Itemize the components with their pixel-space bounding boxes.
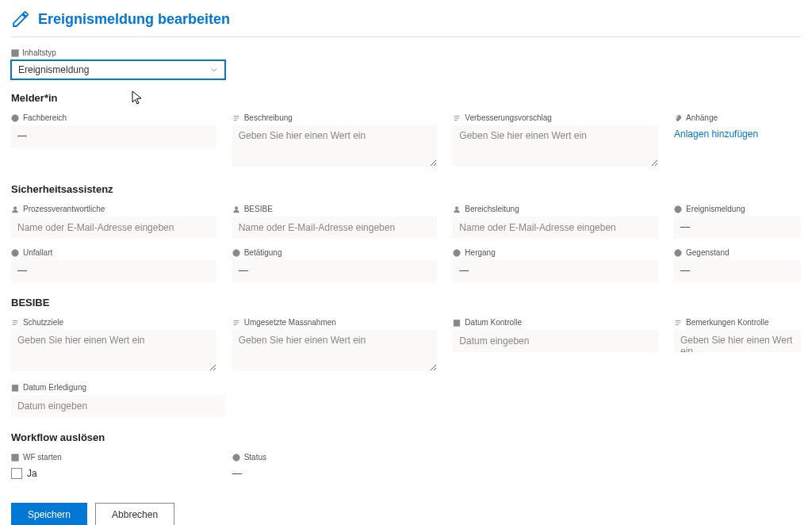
section-workflow-title: Workflow auslösen [11,431,801,443]
field-hergang-label: Hergang [465,248,495,257]
field-bemerkungen-label: Bemerkungen Kontrolle [686,318,769,327]
choice-icon [674,205,682,213]
field-prozess-input[interactable] [11,217,216,239]
svg-point-3 [235,206,237,209]
field-unfallart: Unfallart — [11,248,216,282]
field-hergang: Hergang — [453,248,658,282]
svg-point-4 [456,206,458,209]
text-icon [674,319,682,327]
field-status-value: — [232,465,438,487]
field-wf-option: Ja [27,468,37,479]
field-schutzziele: Schutzziele [11,318,216,374]
field-verbesserung-input[interactable] [453,125,658,167]
field-beta-label: Betätigung [244,248,282,257]
field-beschreibung: Beschreibung [232,113,438,169]
svg-rect-11 [12,385,18,391]
field-datum-erledigung: Datum Erledigung [11,383,225,417]
content-type-block: Inhaltstyp Ereignismeldung [11,48,801,79]
cancel-button[interactable]: Abbrechen [95,503,174,525]
field-ereignis-value[interactable]: — [674,217,801,239]
field-bemerkungen-kontrolle: Bemerkungen Kontrolle [674,318,801,374]
field-datum-kontrolle: Datum Kontrolle [453,318,658,374]
field-fachbereich-value[interactable]: — [11,125,216,148]
field-gegenstand-label: Gegenstand [686,248,730,257]
choice-icon [11,114,19,122]
field-wf-starten: WF starten Ja [11,453,216,487]
choice-icon [674,249,682,257]
svg-point-2 [13,206,16,209]
section-workflow: Workflow auslösen WF starten Ja Status — [11,431,801,487]
text-icon [453,114,461,122]
field-anhaenge: Anhänge Anlagen hinzufügen [674,113,801,169]
save-button[interactable]: Speichern [11,503,87,525]
checkbox-icon [11,454,19,462]
content-type-label: Inhaltstyp [22,48,56,57]
field-bereichs-input[interactable] [453,217,658,239]
field-bereichsleitung: Bereichsleitung [453,205,658,239]
field-prozessverantwortliche: Prozessverantwortliche [11,205,216,239]
choice-icon [453,249,461,257]
field-schutzziele-label: Schutzziele [23,318,63,327]
field-datum-erledigung-label: Datum Erledigung [23,383,86,392]
field-besibe-person-label: BESIBE [244,205,273,213]
field-datum-erledigung-input[interactable] [11,395,225,417]
text-icon [232,114,240,122]
field-verbesserung-label: Verbesserungsvorschlag [465,113,552,122]
content-type-select[interactable]: Ereignismeldung [11,60,225,79]
field-bereichs-label: Bereichsleitung [465,205,519,213]
field-datum-kontrolle-input[interactable] [453,330,658,352]
field-gegenstand-value[interactable]: — [674,260,801,282]
person-icon [453,205,461,213]
section-sicherheit: Sicherheitsassistenz Prozessverantwortli… [11,183,801,282]
section-melder: Melder*in Fachbereich — Beschreibung Ver… [11,92,801,169]
calendar-icon [11,384,19,392]
content-type-value: Ereignismeldung [18,64,89,75]
field-ereignismeldung: Ereignismeldung — [674,205,801,239]
text-icon [11,319,19,327]
field-fachbereich-label: Fachbereich [23,113,67,122]
chevron-down-icon [210,66,218,74]
section-besibe-title: BESIBE [11,297,801,308]
field-betaetigung: Betätigung — [232,248,438,282]
calendar-icon [453,319,461,327]
field-schutzziele-input[interactable] [11,330,216,371]
field-bemerkungen-input[interactable] [674,330,801,352]
field-massnahmen: Umgesetzte Massnahmen [232,318,438,374]
field-massnahmen-input[interactable] [232,330,438,371]
footer: Speichern Abbrechen [11,503,801,525]
text-icon [232,319,240,327]
checkbox-box[interactable] [11,468,22,479]
field-unfallart-label: Unfallart [23,248,52,257]
attachments-link[interactable]: Anlagen hinzufügen [674,125,758,143]
content-type-label-row: Inhaltstyp [11,48,801,57]
field-status-label: Status [244,453,266,462]
header: Ereignismeldung bearbeiten [11,10,801,37]
field-gegenstand: Gegenstand — [674,248,801,282]
field-besibe-person-input[interactable] [232,217,438,239]
section-sicherheit-title: Sicherheitsassistenz [11,183,801,195]
field-status: Status — [232,453,438,487]
svg-rect-10 [454,320,461,326]
field-beschreibung-input[interactable] [232,125,438,167]
field-unfallart-value[interactable]: — [11,260,216,282]
person-icon [232,205,240,213]
field-hergang-value[interactable]: — [453,260,658,282]
section-besibe: BESIBE Schutzziele Umgesetzte Massnahmen… [11,297,801,417]
choice-icon [232,249,240,257]
field-anhaenge-label: Anhänge [686,113,718,122]
content-type-icon [11,49,19,57]
field-fachbereich: Fachbereich — [11,113,216,169]
edit-icon [11,10,30,29]
field-ereignis-label: Ereignismeldung [686,205,745,213]
section-melder-title: Melder*in [11,92,801,104]
field-massnahmen-label: Umgesetzte Massnahmen [244,318,336,327]
person-icon [11,205,19,213]
page-title: Ereignismeldung bearbeiten [38,11,230,28]
field-datum-kontrolle-label: Datum Kontrolle [465,318,522,327]
field-wf-checkbox-row[interactable]: Ja [11,465,216,482]
field-beschreibung-label: Beschreibung [244,113,293,122]
field-beta-value[interactable]: — [232,260,438,282]
field-wf-label: WF starten [23,453,62,462]
field-besibe-person: BESIBE [232,205,438,239]
field-prozess-label: Prozessverantwortliche [23,205,105,213]
